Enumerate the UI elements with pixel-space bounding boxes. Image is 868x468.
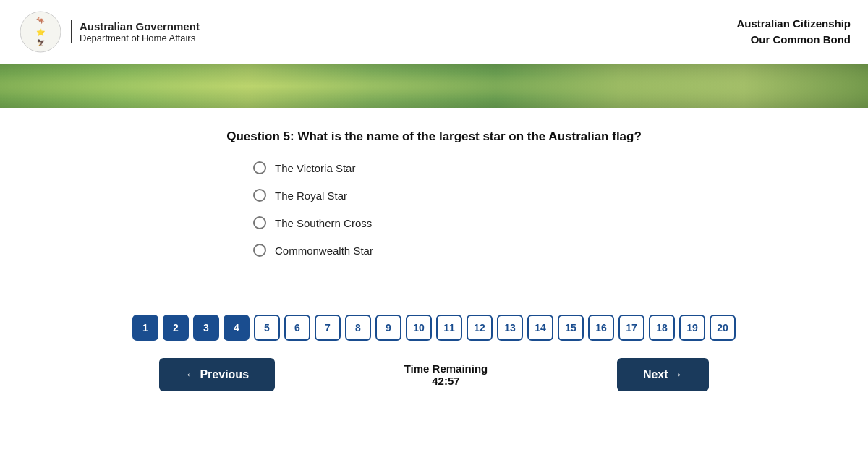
timer-area: Time Remaining 42:57: [404, 362, 488, 387]
radio-option-1[interactable]: [253, 161, 266, 174]
svg-text:🦅: 🦅: [37, 38, 46, 47]
page-btn-19[interactable]: 19: [679, 315, 705, 341]
page-btn-20[interactable]: 20: [710, 315, 736, 341]
svg-text:⭐: ⭐: [36, 27, 46, 37]
page-btn-1[interactable]: 1: [132, 315, 158, 341]
option-3-label: The Southern Cross: [275, 217, 372, 229]
option-1[interactable]: The Victoria Star: [253, 161, 615, 174]
header-title: Australian Citizenship Our Common Bond: [736, 16, 851, 48]
nav-bar: ← Previous Time Remaining 42:57 Next →: [159, 358, 709, 391]
radio-option-3[interactable]: [253, 216, 266, 229]
page-btn-9[interactable]: 9: [375, 315, 401, 341]
logo-line2: Department of Home Affairs: [80, 33, 200, 43]
coat-of-arms-icon: 🦘 ⭐ 🦅: [17, 9, 64, 55]
option-2[interactable]: The Royal Star: [253, 189, 615, 202]
radio-option-4[interactable]: [253, 244, 266, 257]
question-text: Question 5: What is the name of the larg…: [226, 129, 642, 144]
title-line1: Australian Citizenship: [736, 16, 851, 33]
page-btn-13[interactable]: 13: [497, 315, 523, 341]
logo-text: Australian Government Department of Home…: [71, 20, 200, 43]
page-btn-12[interactable]: 12: [467, 315, 493, 341]
pagination: 1234567891011121314151617181920: [132, 315, 736, 341]
banner-image: [0, 64, 868, 108]
page-btn-8[interactable]: 8: [345, 315, 371, 341]
title-line2: Our Common Bond: [736, 32, 851, 48]
option-1-label: The Victoria Star: [275, 162, 355, 174]
svg-text:🦘: 🦘: [36, 16, 46, 25]
page-btn-5[interactable]: 5: [254, 315, 280, 341]
options-list: The Victoria Star The Royal Star The Sou…: [253, 161, 615, 271]
page-btn-6[interactable]: 6: [284, 315, 310, 341]
page-btn-11[interactable]: 11: [436, 315, 462, 341]
header: 🦘 ⭐ 🦅 Australian Government Department o…: [0, 0, 868, 64]
page-btn-10[interactable]: 10: [406, 315, 432, 341]
logo-line1: Australian Government: [80, 20, 200, 33]
page-btn-14[interactable]: 14: [527, 315, 553, 341]
option-2-label: The Royal Star: [275, 190, 347, 202]
page-btn-17[interactable]: 17: [618, 315, 644, 341]
option-4-label: Commonwealth Star: [275, 244, 373, 257]
page-btn-2[interactable]: 2: [163, 315, 189, 341]
page-btn-4[interactable]: 4: [224, 315, 250, 341]
radio-option-2[interactable]: [253, 189, 266, 202]
main-content: Question 5: What is the name of the larg…: [0, 108, 868, 399]
logo-area: 🦘 ⭐ 🦅 Australian Government Department o…: [17, 9, 200, 55]
page-btn-16[interactable]: 16: [588, 315, 614, 341]
page-btn-15[interactable]: 15: [558, 315, 584, 341]
page-btn-18[interactable]: 18: [649, 315, 675, 341]
timer-label: Time Remaining: [404, 362, 488, 375]
page-btn-7[interactable]: 7: [315, 315, 341, 341]
option-3[interactable]: The Southern Cross: [253, 216, 615, 229]
timer-value: 42:57: [404, 375, 488, 387]
page-btn-3[interactable]: 3: [193, 315, 219, 341]
previous-button[interactable]: ← Previous: [159, 358, 275, 391]
option-4[interactable]: Commonwealth Star: [253, 244, 615, 257]
next-button[interactable]: Next →: [617, 358, 709, 391]
